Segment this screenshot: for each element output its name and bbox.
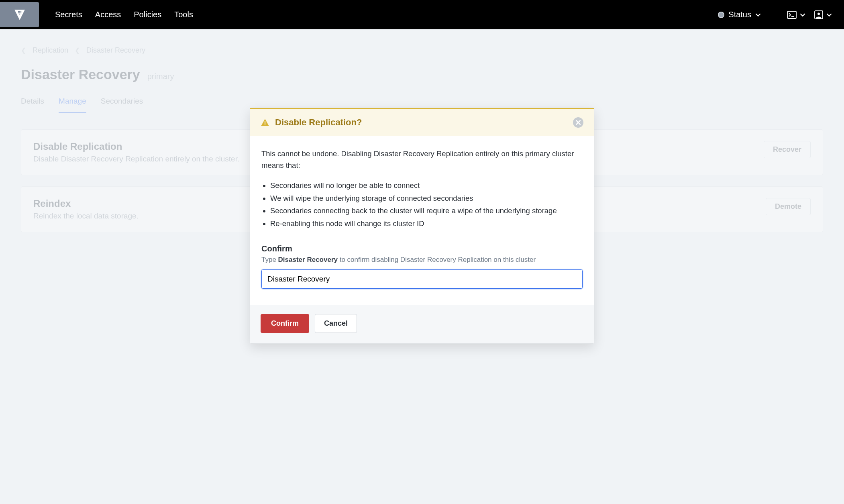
brand-logo[interactable] — [0, 2, 39, 27]
confirm-button[interactable]: Confirm — [261, 314, 309, 333]
confirm-hint-bold: Disaster Recovery — [278, 256, 338, 263]
svg-rect-2 — [19, 11, 20, 12]
nav-link-access[interactable]: Access — [95, 10, 121, 19]
svg-rect-3 — [20, 11, 21, 12]
nav-right: Status — [718, 7, 844, 23]
chevron-down-icon — [826, 12, 832, 18]
disable-replication-modal: Disable Replication? This cannot be undo… — [250, 108, 594, 344]
cancel-button[interactable]: Cancel — [315, 314, 357, 333]
svg-rect-7 — [19, 14, 20, 14]
status-dropdown[interactable]: Status — [718, 10, 761, 19]
modal-bullet: Secondaries will no longer be able to co… — [270, 179, 583, 192]
nav-links: Secrets Access Policies Tools — [55, 10, 193, 19]
modal-bullet: We will wipe the underlying storage of c… — [270, 192, 583, 204]
modal-bullets: Secondaries will no longer be able to co… — [270, 179, 583, 230]
svg-rect-8 — [787, 11, 796, 18]
confirm-hint-pre: Type — [261, 256, 278, 263]
svg-point-11 — [817, 12, 820, 15]
svg-rect-6 — [20, 12, 21, 13]
user-icon — [814, 10, 823, 19]
confirm-hint: Type Disaster Recovery to confirm disabl… — [261, 256, 583, 264]
svg-rect-1 — [18, 11, 19, 12]
svg-rect-5 — [19, 12, 20, 13]
close-icon — [576, 120, 581, 125]
svg-rect-4 — [18, 12, 19, 13]
user-dropdown[interactable] — [814, 10, 832, 19]
nav-link-secrets[interactable]: Secrets — [55, 10, 82, 19]
svg-rect-13 — [265, 124, 265, 125]
modal-bullet: Secondaries connecting back to the clust… — [270, 204, 583, 217]
status-indicator-icon — [718, 12, 724, 18]
vault-logo-icon — [13, 8, 26, 21]
status-label: Status — [728, 10, 751, 19]
nav-link-policies[interactable]: Policies — [134, 10, 161, 19]
modal-intro-text: This cannot be undone. Disabling Disaste… — [261, 148, 583, 171]
terminal-icon — [787, 11, 797, 19]
modal-title: Disable Replication? — [275, 117, 362, 128]
chevron-down-icon — [755, 12, 761, 18]
console-dropdown[interactable] — [787, 11, 805, 19]
nav-divider — [774, 7, 774, 23]
page: ❮ Replication ❮ Disaster Recovery Disast… — [0, 29, 844, 249]
modal-body: This cannot be undone. Disabling Disaste… — [250, 136, 594, 305]
nav-link-tools[interactable]: Tools — [174, 10, 193, 19]
chevron-down-icon — [800, 12, 805, 18]
warning-icon — [261, 118, 269, 127]
confirm-hint-post: to confirm disabling Disaster Recovery R… — [338, 256, 536, 263]
modal-footer: Confirm Cancel — [250, 305, 594, 343]
svg-rect-12 — [265, 121, 265, 124]
confirm-heading: Confirm — [261, 244, 583, 253]
modal-header: Disable Replication? — [250, 108, 594, 136]
svg-marker-0 — [14, 10, 25, 20]
close-button[interactable] — [573, 117, 583, 128]
modal-bullet: Re-enabling this node will change its cl… — [270, 217, 583, 230]
confirm-input[interactable] — [261, 269, 583, 289]
top-nav: Secrets Access Policies Tools Status — [0, 0, 844, 29]
